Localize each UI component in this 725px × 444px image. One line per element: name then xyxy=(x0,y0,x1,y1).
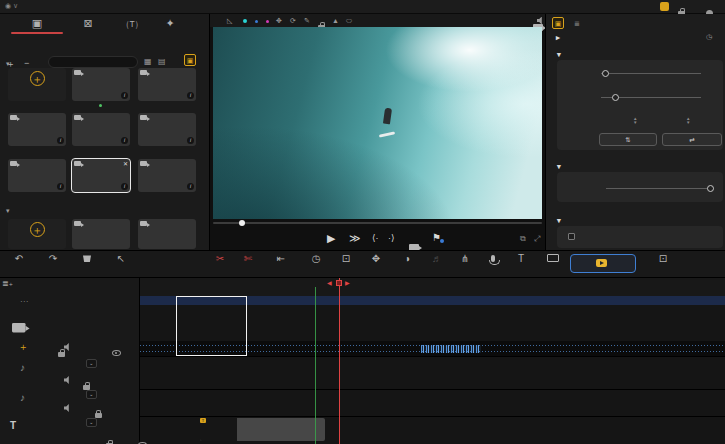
video-frame[interactable] xyxy=(213,27,542,219)
lens-section-header[interactable]: ▾ xyxy=(557,216,561,225)
media-item[interactable]: i xyxy=(72,113,130,146)
magenta-marker-icon[interactable] xyxy=(266,20,269,23)
track-options-icon[interactable]: ⋯ xyxy=(20,297,29,306)
transform-section-header[interactable]: ▾ xyxy=(557,50,561,59)
time-duration-row[interactable]: ▸ xyxy=(556,33,560,42)
lens-correction-checkbox[interactable] xyxy=(568,233,575,240)
panel-toggle-icon[interactable]: ▣ xyxy=(184,54,196,66)
media-item[interactable] xyxy=(138,219,196,249)
account-badge-icon[interactable] xyxy=(660,2,669,11)
seek-handle[interactable] xyxy=(239,220,245,226)
playhead[interactable] xyxy=(339,278,340,444)
mute-track-icon[interactable] xyxy=(64,376,72,384)
add-picture-tile[interactable]: ＋ xyxy=(8,219,66,249)
pan-tool-icon[interactable]: ✥ xyxy=(276,16,282,25)
rotate-tool-icon[interactable]: ⟳ xyxy=(290,16,296,25)
info-icon[interactable]: i xyxy=(57,183,64,190)
scale-knob[interactable] xyxy=(612,94,619,101)
pen-tool-icon[interactable]: ✎ xyxy=(304,16,310,25)
horizontal-flip-button[interactable]: ⇄ xyxy=(662,133,722,146)
rotate-slider[interactable] xyxy=(601,73,701,74)
step-back-icon[interactable]: ⟨· xyxy=(372,233,379,243)
scale-slider[interactable] xyxy=(601,97,701,98)
play-button[interactable]: ▶ xyxy=(327,232,335,245)
media-item[interactable]: i xyxy=(138,113,196,146)
fold-all-button[interactable]: ≣ xyxy=(574,20,580,28)
search-input[interactable] xyxy=(48,56,138,68)
clock-icon[interactable]: ◷ xyxy=(706,33,712,41)
mark-in-out-button[interactable]: ⚑ xyxy=(432,232,441,243)
cyan-marker-icon[interactable] xyxy=(243,19,247,23)
record-button[interactable] xyxy=(478,253,508,265)
blue-marker-icon[interactable] xyxy=(255,20,258,23)
x-stepper[interactable]: ▲▼ xyxy=(633,117,637,125)
volume-badge[interactable]: ⌄ xyxy=(86,390,97,399)
video-section-header[interactable]: ▾ xyxy=(6,60,10,68)
subtitle-clip[interactable]: T xyxy=(200,418,325,441)
mute-track-icon[interactable] xyxy=(64,343,72,351)
timeline-ruler[interactable] xyxy=(140,278,725,296)
fullscreen-icon[interactable]: ⤢ xyxy=(534,234,540,244)
detach-button[interactable]: ⋔ xyxy=(450,253,480,265)
list-view-icon[interactable]: ▤ xyxy=(158,57,166,66)
mountain-icon[interactable]: ▲ xyxy=(332,16,339,25)
tab-media-library[interactable]: ▣ xyxy=(11,17,63,34)
media-item[interactable]: i xyxy=(8,113,66,146)
lock-track-icon[interactable] xyxy=(58,352,65,357)
color-button[interactable]: ◑ xyxy=(392,253,422,265)
info-icon[interactable]: i xyxy=(187,137,194,144)
delete-button[interactable] xyxy=(72,253,102,265)
vertical-flip-button[interactable]: ⇅ xyxy=(599,133,657,146)
add-track-icon[interactable]: ≣₊ xyxy=(2,279,13,288)
play-speed-button[interactable]: ≫ xyxy=(349,232,361,245)
opacity-section-header[interactable]: ▾ xyxy=(557,162,561,171)
hide-track-icon[interactable] xyxy=(112,350,121,356)
opacity-slider[interactable] xyxy=(606,188,714,189)
split-all-button[interactable]: ✄ xyxy=(233,253,263,265)
media-item[interactable] xyxy=(72,219,130,249)
step-forward-icon[interactable]: ·⟩ xyxy=(388,233,395,243)
playhead-handle[interactable] xyxy=(336,280,342,286)
media-item[interactable]: i xyxy=(72,68,130,101)
histogram-icon[interactable]: ◺ xyxy=(227,16,232,25)
media-item[interactable]: i xyxy=(138,159,196,192)
move-button[interactable]: ↖ xyxy=(106,253,136,265)
undo-button[interactable]: ↶ xyxy=(4,253,34,265)
copy-icon[interactable]: ⧉ xyxy=(520,234,526,244)
keyframe-panel-icon[interactable]: ▣ xyxy=(552,17,564,29)
media-item[interactable]: i xyxy=(8,159,66,192)
opacity-badge[interactable]: ⌄ xyxy=(86,418,97,427)
add-clip-icon[interactable]: ＋ xyxy=(18,340,28,354)
grid-view-icon[interactable]: ▦ xyxy=(144,57,152,66)
remove-media-button[interactable]: − xyxy=(24,58,29,68)
crop-button[interactable]: ⊡ xyxy=(331,253,361,265)
motion-button[interactable]: ✥ xyxy=(361,253,391,265)
project-menu[interactable]: ◉ ∨ xyxy=(5,2,18,10)
info-icon[interactable]: i xyxy=(187,183,194,190)
media-item[interactable]: i xyxy=(138,68,196,101)
speed-button[interactable]: ◷ xyxy=(301,253,331,265)
resolution-button[interactable] xyxy=(538,253,568,265)
rotate-knob[interactable] xyxy=(602,70,609,77)
info-icon[interactable]: i xyxy=(121,137,128,144)
volume-badge[interactable]: ⌄ xyxy=(86,359,97,368)
playhead-left-handle[interactable]: ◀ xyxy=(327,280,332,287)
close-icon[interactable]: ✕ xyxy=(123,160,128,167)
media-item-selected[interactable]: ✕i xyxy=(72,159,130,192)
export-button[interactable] xyxy=(570,254,636,273)
add-video-tile[interactable]: ＋ xyxy=(8,68,66,101)
ripple-edit-button[interactable]: ⇤ xyxy=(263,253,299,265)
info-icon[interactable]: i xyxy=(121,183,128,190)
mute-track-icon[interactable] xyxy=(64,404,72,412)
y-stepper[interactable]: ▲▼ xyxy=(686,117,690,125)
fit-size-button[interactable]: ⊡ xyxy=(648,253,678,265)
seek-bar[interactable] xyxy=(213,222,542,224)
selected-clip-frame[interactable] xyxy=(176,296,247,356)
split-button[interactable]: ✂ xyxy=(205,253,235,265)
info-icon[interactable]: i xyxy=(57,137,64,144)
mask-icon[interactable]: ⬭ xyxy=(346,16,352,25)
redo-button[interactable]: ↷ xyxy=(38,253,68,265)
playhead-right-handle[interactable]: ▶ xyxy=(345,280,350,287)
info-icon[interactable]: i xyxy=(121,92,128,99)
tab-effects[interactable]: ✦ xyxy=(144,17,196,30)
